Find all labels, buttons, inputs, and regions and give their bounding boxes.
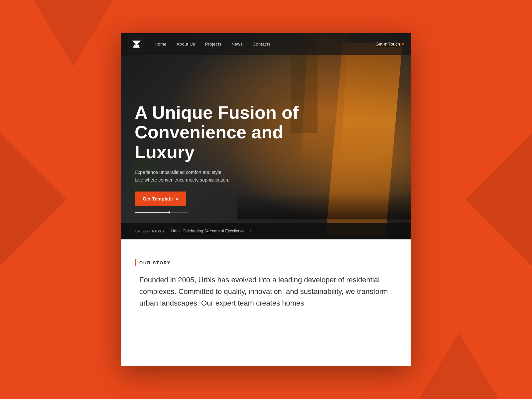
hero-subtitle: Experience unparalleled comfort and styl…: [135, 169, 261, 184]
news-separator: •: [250, 229, 251, 233]
content-section: OUR STORY Founded in 2005, Urbis has evo…: [121, 239, 411, 323]
hero-subtitle-line2: Live where convenience meets sophisticat…: [135, 177, 229, 183]
news-label: LATEST NEWS:: [135, 229, 166, 233]
hero-progress-dot: [168, 211, 170, 213]
bg-triangle-top-left: [33, 0, 113, 66]
hero-progress-fill: [135, 212, 169, 213]
bg-shape-right: [466, 133, 532, 266]
nav-cta-dot: [402, 43, 404, 45]
news-bar: LATEST NEWS: Urbis: Celebrating 24 Years…: [121, 223, 411, 239]
section-accent: [135, 259, 136, 266]
nav-contacts[interactable]: Contacts: [253, 42, 271, 47]
hero-subtitle-line1: Experience unparalleled comfort and styl…: [135, 170, 223, 175]
hero-section: Home About Us Projects News Contacts Get…: [121, 33, 411, 239]
section-label-text: OUR STORY: [139, 260, 171, 265]
nav-links: Home About Us Projects News Contacts: [155, 42, 376, 47]
btn-dot: [176, 198, 178, 200]
logo-icon: [132, 41, 141, 48]
nav-cta-label: Get In Touch: [376, 42, 400, 47]
section-label: OUR STORY: [135, 259, 397, 266]
bg-triangle-bottom-right: [419, 332, 499, 399]
hero-progress-bar: [135, 212, 188, 213]
get-template-button[interactable]: Get Template: [135, 192, 186, 206]
nav-about[interactable]: About Us: [177, 42, 195, 47]
nav-home[interactable]: Home: [155, 42, 167, 47]
nav-cta[interactable]: Get In Touch: [376, 42, 404, 47]
section-body: Founded in 2005, Urbis has evolved into …: [139, 274, 397, 309]
website-container: Home About Us Projects News Contacts Get…: [121, 33, 411, 366]
news-text[interactable]: Urbis: Celebrating 24 Years of Excellenc…: [171, 229, 245, 233]
nav-projects[interactable]: Projects: [205, 42, 221, 47]
nav-news[interactable]: News: [231, 42, 243, 47]
hero-content: A Unique Fusion of Convenience and Luxur…: [135, 103, 397, 206]
logo[interactable]: [128, 36, 145, 53]
hero-title: A Unique Fusion of Convenience and Luxur…: [135, 103, 308, 162]
navbar: Home About Us Projects News Contacts Get…: [121, 33, 411, 55]
bg-shape-left: [0, 133, 66, 266]
hero-btn-label: Get Template: [143, 196, 173, 201]
story-text: Founded in 2005, Urbis has evolved into …: [139, 274, 397, 309]
